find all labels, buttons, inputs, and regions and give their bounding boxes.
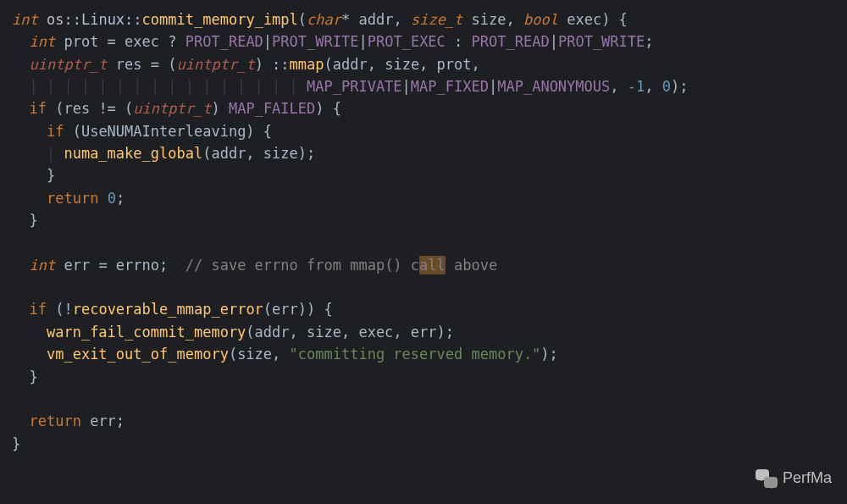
paren: ); [671, 78, 688, 95]
op: | [550, 33, 558, 50]
ident: : [446, 33, 472, 50]
indent [12, 123, 47, 140]
code-line [12, 231, 835, 253]
semicolon: ; [116, 190, 125, 207]
constant: PROT_EXEC [368, 33, 446, 50]
code-line: | | | | | | | | | | | | | | | | MAP_PRIV… [12, 75, 835, 97]
keyword-type: char [307, 11, 341, 28]
string-literal: "committing reserved memory." [290, 346, 541, 363]
indent [12, 324, 47, 341]
brace: ) { [315, 100, 341, 117]
indent [12, 346, 47, 363]
number: 0 [662, 78, 671, 95]
keyword-type: bool [523, 11, 558, 28]
keyword-type: size_t [411, 11, 462, 28]
function-call: mmap [290, 56, 324, 73]
indent [12, 100, 29, 117]
args: (size, [229, 346, 290, 363]
ident: ) [211, 100, 228, 117]
keyword-type: int [29, 33, 55, 50]
args: (addr, size, exec, err); [246, 324, 454, 341]
constant: MAP_FIXED [411, 78, 489, 95]
watermark-label: PerfMa [783, 467, 832, 490]
code-line: } [12, 433, 835, 455]
brace: } [29, 212, 37, 229]
code-line: if (UseNUMAInterleaving) { [12, 120, 835, 142]
constant: PROT_READ [185, 33, 263, 50]
function-def: commit_memory_impl [142, 11, 298, 28]
code-line: | numa_make_global(addr, size); [12, 142, 835, 164]
comma: , [610, 78, 627, 95]
function-call: warn_fail_commit_memory [47, 324, 246, 341]
op: | [402, 78, 411, 95]
brace: } [12, 435, 20, 452]
constant: PROT_WRITE [272, 33, 358, 50]
code-line: int os::Linux::commit_memory_impl(char* … [12, 8, 835, 30]
code-line: } [12, 366, 835, 388]
blank [12, 279, 20, 296]
code-line: if (res != (uintptr_t) MAP_FAILED) { [12, 97, 835, 119]
code-line: warn_fail_commit_memory(addr, size, exec… [12, 321, 835, 343]
keyword: return [47, 190, 98, 207]
code-line: return 0; [12, 187, 835, 209]
namespace: Linux [81, 11, 125, 28]
constant: PROT_READ [472, 33, 550, 50]
ident: prot = exec ? [55, 33, 185, 50]
ident: (res != ( [47, 100, 133, 117]
ident: (! [47, 301, 73, 318]
indent [12, 56, 29, 73]
args: (addr, size); [202, 145, 315, 162]
args: (err)) { [263, 301, 333, 318]
code-line: int err = errno; // save errno from mmap… [12, 254, 835, 276]
keyword-type: int [12, 11, 38, 28]
ident: res = ( [108, 56, 177, 73]
code-line [12, 388, 835, 410]
number: 0 [108, 190, 116, 207]
watermark: PerfMa [756, 467, 832, 490]
params: exec) { [558, 11, 628, 28]
indent [12, 167, 47, 184]
indent [12, 190, 47, 207]
function-call: numa_make_global [64, 145, 202, 162]
op: | [489, 78, 497, 95]
scope-op: ) :: [255, 56, 290, 73]
keyword: return [29, 413, 80, 429]
ident: err; [81, 413, 125, 429]
function-call: recoverable_mmap_error [73, 301, 263, 318]
indent-guides: | | | | | | | | | | | | | | | | [12, 78, 307, 95]
indent [12, 301, 29, 318]
paren: ( [298, 11, 307, 28]
keyword: if [29, 301, 46, 318]
brace: } [29, 368, 37, 385]
blank [12, 234, 20, 251]
semicolon: ; [645, 33, 653, 50]
code-line: vm_exit_out_of_memory(size, "committing … [12, 343, 835, 365]
indent [12, 368, 29, 385]
args: (addr, size, prot, [324, 56, 480, 73]
indent-guides: | [12, 145, 64, 162]
type-uintptr: uintptr_t [29, 56, 107, 73]
indent [12, 212, 29, 229]
params: * addr, [341, 11, 411, 28]
op: | [263, 33, 272, 50]
code-line: } [12, 209, 835, 231]
number: -1 [628, 78, 645, 95]
space [98, 190, 107, 207]
code-line [12, 276, 835, 298]
ident: err = errno; [55, 257, 185, 274]
comment: // save errno from mmap() c [185, 257, 419, 274]
indent [12, 257, 29, 274]
type-uintptr: uintptr_t [133, 100, 211, 117]
code-line: return err; [12, 410, 835, 432]
comma: , [645, 78, 662, 95]
code-editor[interactable]: int os::Linux::commit_memory_impl(char* … [12, 8, 835, 455]
indent [12, 33, 29, 50]
brace: } [47, 167, 55, 184]
keyword: if [29, 100, 46, 117]
keyword: if [47, 123, 64, 140]
comment: above [446, 257, 497, 274]
scope-op: :: [64, 11, 80, 28]
keyword-type: int [29, 257, 55, 274]
code-line: if (!recoverable_mmap_error(err)) { [12, 298, 835, 320]
highlighted-word: all [419, 256, 446, 274]
